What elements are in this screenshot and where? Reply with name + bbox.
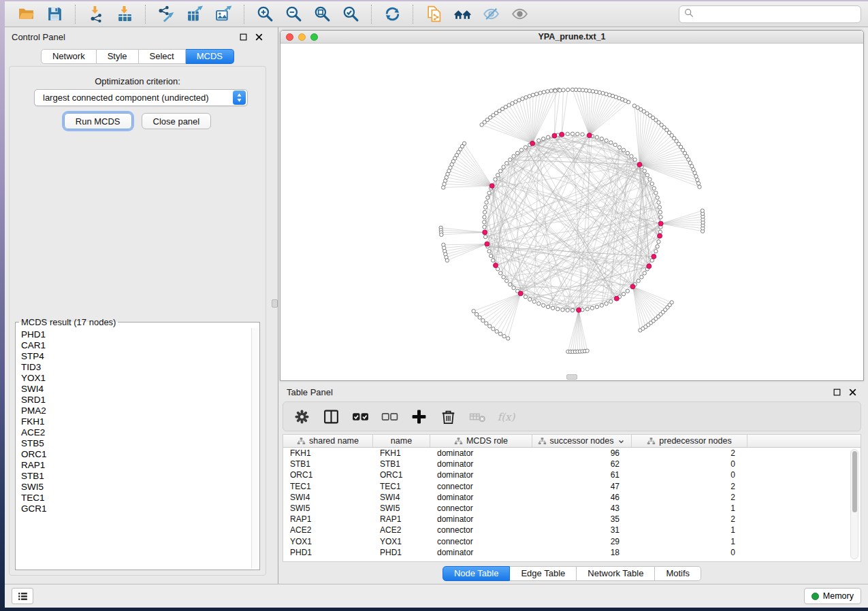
table-row[interactable]: FKH1FKH1dominator962	[283, 448, 861, 459]
import-network-button[interactable]	[85, 4, 107, 24]
search-box[interactable]	[679, 5, 861, 23]
tab-network-table[interactable]: Network Table	[577, 566, 655, 581]
close-panel-icon[interactable]	[848, 388, 857, 397]
mcds-result-item[interactable]: RAP1	[21, 460, 247, 471]
mcds-result-item[interactable]: GCR1	[21, 503, 247, 514]
node-table: shared namenameMCDS rolesuccessor nodesp…	[283, 434, 861, 562]
network-canvas[interactable]	[280, 44, 863, 380]
zoom-in-button[interactable]	[254, 4, 276, 24]
panel-menu-button[interactable]	[12, 588, 33, 604]
table-cell: 43	[532, 503, 632, 513]
horizontal-splitter-grip[interactable]	[566, 374, 577, 380]
zoom-fit-button[interactable]	[311, 4, 333, 24]
table-cell: dominator	[430, 548, 532, 557]
run-mcds-button[interactable]: Run MCDS	[64, 113, 132, 129]
mcds-result-item[interactable]: ORC1	[21, 449, 247, 460]
mcds-result-item[interactable]: CAR1	[21, 340, 247, 351]
control-panel-header: Control Panel	[5, 27, 270, 46]
mcds-result-item[interactable]: YOX1	[21, 373, 247, 384]
table-scrollbar[interactable]	[850, 449, 858, 559]
window-maximize-button[interactable]	[310, 33, 318, 41]
criterion-dropdown[interactable]: largest connected component (undirected)	[34, 89, 248, 106]
table-panel-header: Table Panel	[280, 382, 864, 401]
memory-button[interactable]: Memory	[804, 588, 861, 604]
column-label: predecessor nodes	[659, 436, 731, 446]
column-header-predecessor-nodes[interactable]: predecessor nodes	[632, 435, 748, 447]
memory-button-label: Memory	[823, 591, 854, 601]
table-scrollbar-thumb[interactable]	[852, 451, 857, 512]
mcds-result-scrollbar[interactable]	[251, 328, 259, 568]
column-header-shared-name[interactable]: shared name	[283, 435, 373, 447]
mcds-result-item[interactable]: ACE2	[21, 427, 247, 438]
table-row[interactable]: STB1STB1dominator620	[283, 459, 861, 469]
tab-node-table[interactable]: Node Table	[443, 566, 511, 581]
splitter-grip[interactable]	[272, 299, 278, 308]
close-panel-icon[interactable]	[255, 33, 263, 42]
hide-selected-button[interactable]	[480, 4, 502, 24]
copy-current-network-button[interactable]	[423, 4, 445, 24]
tab-style[interactable]: Style	[97, 49, 139, 64]
export-network-button[interactable]	[155, 4, 177, 24]
tab-select[interactable]: Select	[139, 49, 186, 64]
mcds-result-item[interactable]: TEC1	[21, 493, 247, 503]
column-header-MCDS-role[interactable]: MCDS role	[430, 435, 532, 447]
window-close-button[interactable]	[286, 33, 293, 41]
mcds-result-item[interactable]: SWI5	[21, 482, 247, 493]
close-panel-button[interactable]: Close panel	[142, 113, 212, 129]
mcds-result-item[interactable]: STB1	[21, 471, 247, 482]
table-row[interactable]: YOX1YOX1connector291	[283, 536, 861, 547]
search-input[interactable]	[698, 9, 856, 19]
mcds-result-item[interactable]: STB5	[21, 438, 247, 449]
table-row[interactable]: SWI5SWI5connector431	[283, 503, 861, 514]
mcds-result-item[interactable]: SRD1	[21, 395, 247, 406]
table-cell: 0	[632, 548, 748, 557]
tab-network[interactable]: Network	[41, 49, 97, 64]
zoom-out-button[interactable]	[283, 4, 304, 24]
deselect-all-button[interactable]	[379, 406, 400, 427]
select-all-button[interactable]	[350, 406, 370, 427]
import-table-button[interactable]	[114, 4, 135, 24]
zoom-selected-button[interactable]	[340, 4, 361, 24]
table-row[interactable]: PHD1PHD1dominator180	[283, 547, 861, 558]
tab-mcds[interactable]: MCDS	[186, 49, 234, 64]
table-panel-title: Table Panel	[287, 387, 333, 397]
first-neighbors-button[interactable]	[451, 4, 473, 24]
mcds-result-list[interactable]: PHD1CAR1STP4TID3YOX1SWI4SRD1PMA2FKH1ACE2…	[17, 328, 251, 568]
mcds-result-item[interactable]: STP4	[21, 351, 247, 362]
table-row[interactable]: ORC1ORC1dominator610	[283, 469, 861, 480]
table-row[interactable]: RAP1RAP1dominator352	[283, 514, 861, 525]
table-row[interactable]: ACE2ACE2connector311	[283, 525, 861, 535]
tab-motifs[interactable]: Motifs	[655, 566, 701, 581]
mcds-result-title: MCDS result (17 nodes)	[19, 317, 118, 327]
table-cell: 62	[532, 459, 632, 469]
refresh-button[interactable]	[381, 4, 403, 24]
table-cell: PHD1	[283, 548, 373, 557]
table-row[interactable]: TEC1TEC1connector472	[283, 481, 861, 492]
float-panel-icon[interactable]	[833, 388, 841, 397]
window-minimize-button[interactable]	[298, 33, 306, 41]
mcds-result-item[interactable]: TID3	[21, 362, 247, 373]
vertical-splitter[interactable]	[270, 27, 278, 584]
delete-column-button[interactable]	[438, 406, 458, 427]
save-button[interactable]	[44, 4, 65, 24]
column-header-name[interactable]: name	[373, 435, 430, 447]
table-row[interactable]: SWI4SWI4dominator462	[283, 492, 861, 503]
export-image-button[interactable]	[212, 4, 234, 24]
network-view-window: YPA_prune.txt_1	[280, 30, 864, 381]
table-settings-button[interactable]	[291, 406, 312, 427]
column-header-successor-nodes[interactable]: successor nodes	[532, 435, 632, 447]
show-all-button[interactable]	[509, 4, 530, 24]
mcds-result-item[interactable]: PMA2	[21, 406, 247, 416]
network-window-titlebar[interactable]: YPA_prune.txt_1	[280, 31, 863, 44]
table-cell: connector	[430, 525, 532, 535]
tab-edge-table[interactable]: Edge Table	[510, 566, 577, 581]
table-cell: RAP1	[373, 514, 430, 524]
export-table-button[interactable]	[184, 4, 206, 24]
float-panel-icon[interactable]	[239, 33, 248, 42]
mcds-result-item[interactable]: SWI4	[21, 384, 247, 395]
mcds-result-item[interactable]: PHD1	[21, 329, 247, 340]
split-panel-button[interactable]	[321, 406, 341, 427]
mcds-result-item[interactable]: FKH1	[21, 416, 247, 427]
open-button[interactable]	[15, 4, 37, 24]
add-column-button[interactable]	[408, 406, 429, 427]
